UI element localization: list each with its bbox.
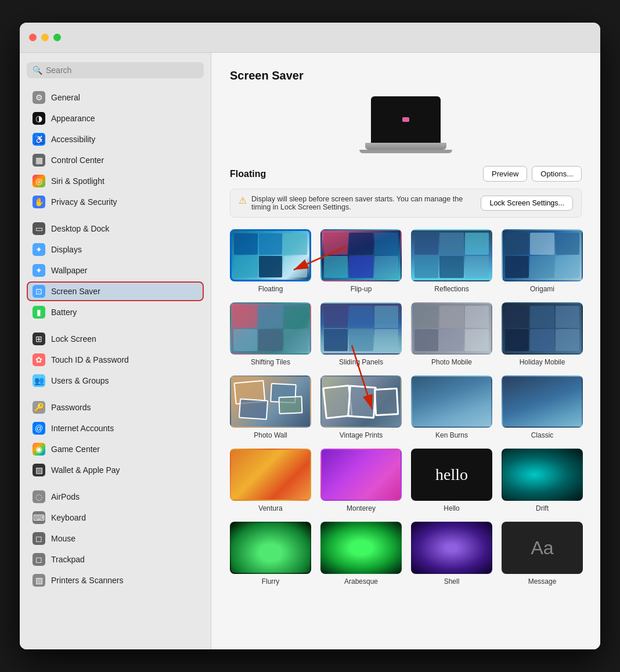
saver-item-vintage[interactable]: Vintage Prints	[320, 375, 402, 439]
sidebar-item-battery[interactable]: ▮ Battery	[27, 302, 204, 322]
sidebar-item-users[interactable]: 👥 Users & Groups	[27, 371, 204, 391]
saver-item-arabesque[interactable]: Arabesque	[320, 522, 402, 586]
saver-item-sliding[interactable]: Sliding Panels	[320, 302, 402, 366]
sidebar-item-lockscreen[interactable]: ⊞ Lock Screen	[27, 329, 204, 349]
saver-item-shifting[interactable]: Shifting Tiles	[230, 302, 311, 366]
warning-row: ⚠ Display will sleep before screen saver…	[230, 189, 582, 218]
saver-label-floating: Floating	[258, 285, 283, 293]
sidebar-item-keyboard[interactable]: ⌨ Keyboard	[27, 508, 204, 528]
saver-item-kenburns[interactable]: Ken Burns	[411, 375, 492, 439]
saver-label-shifting: Shifting Tiles	[251, 358, 290, 366]
sidebar-item-internet[interactable]: @ Internet Accounts	[27, 418, 204, 438]
screen-saver-preview-element	[402, 117, 409, 122]
laptop-foot	[359, 150, 452, 153]
sidebar-item-touchid[interactable]: ✿ Touch ID & Password	[27, 350, 204, 370]
saver-item-holidaymobile[interactable]: Holiday Mobile	[502, 302, 583, 366]
search-input[interactable]	[46, 66, 198, 75]
saver-thumb-ventura	[230, 449, 311, 501]
desktop-icon: ▭	[33, 222, 45, 235]
saver-item-photowall[interactable]: Photo Wall	[230, 375, 311, 439]
saver-thumb-photowall	[230, 375, 311, 428]
sidebar-label-trackpad: Trackpad	[51, 555, 85, 564]
saver-thumb-sliding	[320, 302, 402, 355]
saver-item-floating[interactable]: Floating	[230, 229, 311, 293]
lockscreen-icon: ⊞	[33, 333, 45, 345]
main-content: Screen Saver Floating Preview	[211, 53, 600, 649]
minimize-button[interactable]	[41, 34, 49, 41]
sidebar-label-controlcenter: Control Center	[51, 156, 104, 165]
sidebar-item-trackpad[interactable]: ◻ Trackpad	[27, 550, 204, 569]
preview-button[interactable]: Preview	[483, 166, 527, 182]
internet-icon: @	[33, 422, 45, 435]
search-bar[interactable]: 🔍	[27, 62, 204, 78]
saver-label-arabesque: Arabesque	[344, 577, 378, 586]
options-button[interactable]: Options...	[532, 166, 582, 182]
sidebar-item-controlcenter[interactable]: ▦ Control Center	[27, 150, 204, 170]
sidebar-item-airpods[interactable]: ◌ AirPods	[27, 487, 204, 507]
sidebar-label-privacy: Privacy & Security	[51, 197, 117, 207]
sidebar-item-passwords[interactable]: 🔑 Passwords	[27, 398, 204, 417]
sidebar-item-general[interactable]: ⚙ General	[27, 88, 204, 107]
sidebar-label-users: Users & Groups	[51, 376, 109, 385]
traffic-lights	[29, 34, 61, 41]
maximize-button[interactable]	[53, 34, 61, 41]
warning-icon: ⚠	[239, 195, 247, 206]
sidebar-item-privacy[interactable]: ✋ Privacy & Security	[27, 192, 204, 212]
sidebar-item-accessibility[interactable]: ♿ Accessibility	[27, 129, 204, 149]
lock-screen-settings-button[interactable]: Lock Screen Settings...	[481, 196, 573, 211]
savers-grid: Floating	[230, 229, 582, 586]
close-button[interactable]	[29, 34, 37, 41]
sidebar-item-gamecenter[interactable]: ◉ Game Center	[27, 439, 204, 459]
sidebar-label-mouse: Mouse	[51, 534, 75, 543]
saver-item-ventura[interactable]: Ventura	[230, 449, 311, 512]
sidebar-item-desktop[interactable]: ▭ Desktop & Dock	[27, 219, 204, 239]
saver-item-drift[interactable]: Drift	[502, 449, 583, 512]
action-buttons: Preview Options...	[483, 166, 582, 182]
accessibility-icon: ♿	[33, 133, 45, 146]
sidebar-item-screensaver[interactable]: ⊡ Screen Saver	[27, 281, 204, 301]
saver-label-flurry: Flurry	[262, 577, 280, 586]
saver-label-flipup: Flip-up	[351, 285, 372, 293]
touchid-icon: ✿	[33, 353, 45, 366]
saver-item-shell[interactable]: Shell	[411, 522, 492, 586]
saver-item-photomobile[interactable]: Photo Mobile	[411, 302, 492, 366]
sidebar-item-appearance[interactable]: ◑ Appearance	[27, 109, 204, 128]
sidebar-label-gamecenter: Game Center	[51, 445, 100, 454]
saver-label-monterey: Monterey	[347, 504, 376, 512]
sidebar-item-displays[interactable]: ✦ Displays	[27, 240, 204, 259]
privacy-icon: ✋	[33, 196, 45, 208]
window-body: 🔍 ⚙ General ◑ Appearance ♿ Accessibility…	[20, 53, 600, 649]
search-icon: 🔍	[33, 66, 42, 75]
saver-thumb-vintage	[320, 375, 402, 428]
sidebar-label-general: General	[51, 93, 80, 102]
saver-item-reflections[interactable]: Reflections	[411, 229, 492, 293]
saver-item-flurry[interactable]: Flurry	[230, 522, 311, 586]
sidebar: 🔍 ⚙ General ◑ Appearance ♿ Accessibility…	[20, 53, 211, 649]
printers-icon: ▨	[33, 574, 45, 587]
saver-item-hello[interactable]: hello Hello	[411, 449, 492, 512]
saver-item-classic[interactable]: Classic	[502, 375, 583, 439]
sidebar-item-wallpaper[interactable]: ✦ Wallpaper	[27, 261, 204, 280]
laptop-screen-inner	[371, 96, 441, 143]
wallpaper-icon: ✦	[33, 264, 45, 277]
sidebar-item-mouse[interactable]: ◻ Mouse	[27, 529, 204, 548]
saver-item-monterey[interactable]: Monterey	[320, 449, 402, 512]
saver-thumb-message: Aa	[502, 522, 583, 574]
sidebar-item-wallet[interactable]: ▨ Wallet & Apple Pay	[27, 460, 204, 480]
sidebar-item-printers[interactable]: ▨ Printers & Scanners	[27, 570, 204, 590]
screensaver-icon: ⊡	[33, 285, 45, 298]
message-aa-text: Aa	[531, 537, 553, 559]
saver-label-origami: Origami	[530, 285, 554, 293]
saver-item-origami[interactable]: Origami	[502, 229, 583, 293]
sidebar-label-desktop: Desktop & Dock	[51, 224, 109, 233]
saver-thumb-shell	[411, 522, 492, 574]
saver-item-flipup[interactable]: Flip-up	[320, 229, 402, 293]
saver-label-classic: Classic	[531, 431, 554, 439]
sidebar-label-siri: Siri & Spotlight	[51, 176, 104, 186]
saver-thumb-shifting	[230, 302, 311, 355]
saver-thumb-hello: hello	[411, 449, 492, 501]
sidebar-label-displays: Displays	[51, 245, 82, 254]
saver-thumb-drift	[502, 449, 583, 501]
sidebar-item-siri[interactable]: ◎ Siri & Spotlight	[27, 171, 204, 191]
saver-item-message[interactable]: Aa Message	[502, 522, 583, 586]
